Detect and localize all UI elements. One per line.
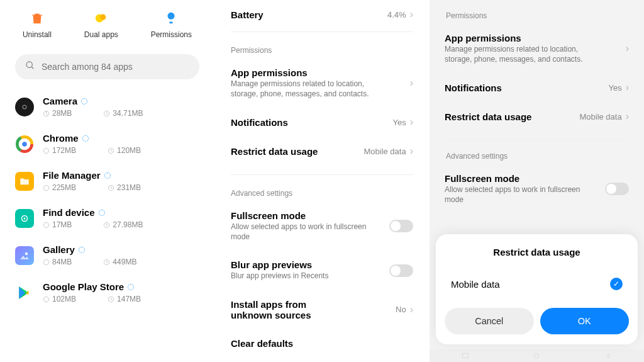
app-list: Camera 28MB 34.71MB Chrome 172MB 120MB F… bbox=[0, 88, 214, 311]
apps-list-panel: Uninstall Dual apps Permissions Camera bbox=[0, 0, 214, 362]
fullscreen-title: Fullscreen mode bbox=[231, 210, 389, 221]
permissions-section-label: Permissions bbox=[430, 0, 644, 24]
divider bbox=[231, 174, 413, 175]
permissions-label: Permissions bbox=[151, 30, 192, 39]
blur-desc: Blur app previews in Recents bbox=[231, 271, 375, 281]
svg-line-5 bbox=[31, 67, 33, 69]
sheet-option-mobile-data[interactable]: Mobile data ✓ bbox=[436, 270, 638, 298]
search-icon bbox=[25, 60, 35, 73]
chrome-icon bbox=[15, 135, 34, 154]
svg-point-6 bbox=[23, 105, 26, 109]
chevron-right-icon: › bbox=[410, 77, 413, 89]
sheet-title: Restrict data usage bbox=[436, 247, 638, 270]
dual-apps-icon bbox=[94, 11, 108, 25]
app-item-file-manager[interactable]: File Manager 225MB 231MB bbox=[15, 162, 199, 200]
fullscreen-desc: Allow selected apps to work in fullscree… bbox=[445, 185, 589, 205]
play-store-icon bbox=[15, 283, 34, 302]
app-item-find-device[interactable]: Find device 17MB 27.98MB bbox=[15, 200, 199, 237]
install-unknown-row[interactable]: Install apps from unknown sources No › bbox=[214, 290, 430, 329]
restrict-data-row[interactable]: Restrict data usage Mobile data › bbox=[214, 137, 430, 166]
cancel-button[interactable]: Cancel bbox=[445, 308, 534, 334]
search-input[interactable] bbox=[42, 62, 189, 72]
svg-point-4 bbox=[26, 62, 32, 67]
chevron-right-icon: › bbox=[626, 43, 629, 54]
loading-icon bbox=[81, 98, 87, 105]
loading-icon bbox=[79, 247, 85, 253]
svg-point-21 bbox=[43, 222, 48, 227]
restrict-value: Mobile data bbox=[579, 112, 621, 122]
fullscreen-row[interactable]: Fullscreen mode Allow selected apps to w… bbox=[214, 201, 430, 251]
chevron-right-icon: › bbox=[626, 111, 629, 122]
search-box[interactable] bbox=[15, 54, 199, 79]
svg-point-26 bbox=[43, 297, 48, 302]
camera-icon bbox=[15, 98, 34, 116]
notifications-value: Yes bbox=[392, 118, 406, 127]
fullscreen-toggle[interactable] bbox=[389, 220, 413, 232]
chevron-right-icon: › bbox=[410, 116, 413, 128]
install-value: No bbox=[396, 305, 406, 314]
chevron-right-icon: › bbox=[410, 304, 413, 315]
permissions-section-label: Permissions bbox=[214, 35, 430, 59]
battery-value: 4.4% bbox=[387, 10, 406, 20]
data-meta: 231MB bbox=[108, 183, 141, 192]
clear-defaults-row[interactable]: Clear defaults bbox=[214, 329, 430, 358]
app-item-camera[interactable]: Camera 28MB 34.71MB bbox=[15, 88, 199, 125]
data-meta: 34.71MB bbox=[103, 109, 143, 118]
svg-point-1 bbox=[100, 14, 106, 20]
notifications-row[interactable]: Notifications Yes › bbox=[430, 73, 644, 102]
fullscreen-toggle[interactable] bbox=[605, 183, 629, 195]
fullscreen-desc: Allow selected apps to work in fullscree… bbox=[231, 222, 375, 242]
loading-icon bbox=[104, 173, 111, 179]
fullscreen-row[interactable]: Fullscreen mode Allow selected apps to w… bbox=[430, 164, 644, 213]
permissions-action[interactable]: Permissions bbox=[151, 11, 192, 39]
data-meta: 120MB bbox=[108, 146, 141, 155]
restrict-title: Restrict data usage bbox=[231, 146, 364, 157]
svg-point-15 bbox=[43, 148, 48, 153]
blur-row[interactable]: Blur app previews Blur app previews in R… bbox=[214, 251, 430, 290]
app-permissions-title: App permissions bbox=[445, 33, 626, 43]
notifications-row[interactable]: Notifications Yes › bbox=[214, 108, 430, 137]
chevron-right-icon: › bbox=[410, 145, 413, 157]
dual-apps-action[interactable]: Dual apps bbox=[84, 11, 118, 39]
storage-meta: 17MB bbox=[43, 220, 72, 229]
check-icon: ✓ bbox=[610, 278, 623, 290]
chevron-right-icon: › bbox=[626, 82, 629, 93]
restrict-data-sheet: Restrict data usage Mobile data ✓ Cancel… bbox=[436, 234, 638, 344]
loading-icon bbox=[99, 210, 105, 216]
install-title: Install apps from unknown sources bbox=[231, 299, 344, 320]
svg-point-29 bbox=[535, 354, 539, 358]
trash-icon bbox=[30, 11, 44, 25]
blur-toggle[interactable] bbox=[389, 264, 413, 277]
app-permissions-row[interactable]: App permissions Manage permissions relat… bbox=[430, 24, 644, 73]
storage-meta: 225MB bbox=[43, 183, 76, 192]
restrict-data-row[interactable]: Restrict data usage Mobile data › bbox=[430, 102, 644, 131]
app-permissions-title: App permissions bbox=[231, 67, 410, 78]
dual-apps-label: Dual apps bbox=[84, 30, 118, 39]
divider bbox=[231, 31, 413, 32]
blur-title: Blur app previews bbox=[231, 259, 389, 270]
storage-meta: 172MB bbox=[43, 146, 76, 155]
permissions-icon bbox=[164, 11, 178, 25]
ok-button[interactable]: OK bbox=[540, 308, 630, 334]
battery-title: Battery bbox=[231, 9, 387, 20]
notifications-title: Notifications bbox=[231, 117, 392, 128]
app-item-gallery[interactable]: Gallery 84MB 449MB bbox=[15, 237, 199, 274]
app-item-chrome[interactable]: Chrome 172MB 120MB bbox=[15, 125, 199, 162]
top-actions: Uninstall Dual apps Permissions bbox=[0, 0, 214, 45]
notifications-value: Yes bbox=[608, 83, 621, 93]
restrict-value: Mobile data bbox=[364, 147, 406, 156]
svg-point-23 bbox=[25, 252, 28, 255]
svg-point-2 bbox=[168, 13, 175, 20]
data-meta: 147MB bbox=[108, 295, 141, 303]
advanced-section-label: Advanced settings bbox=[214, 178, 430, 201]
find-device-icon bbox=[15, 209, 34, 228]
app-item-play-store[interactable]: Google Play Store 102MB 147MB bbox=[15, 274, 199, 311]
notifications-title: Notifications bbox=[445, 82, 608, 93]
svg-rect-28 bbox=[462, 354, 468, 358]
uninstall-action[interactable]: Uninstall bbox=[23, 11, 52, 39]
uninstall-label: Uninstall bbox=[23, 30, 52, 39]
storage-meta: 28MB bbox=[43, 109, 72, 118]
battery-row[interactable]: Battery 4.4% › bbox=[214, 0, 430, 29]
app-permissions-row[interactable]: App permissions Manage permissions relat… bbox=[214, 59, 430, 108]
dialog-panel: Permissions App permissions Manage permi… bbox=[430, 0, 644, 362]
